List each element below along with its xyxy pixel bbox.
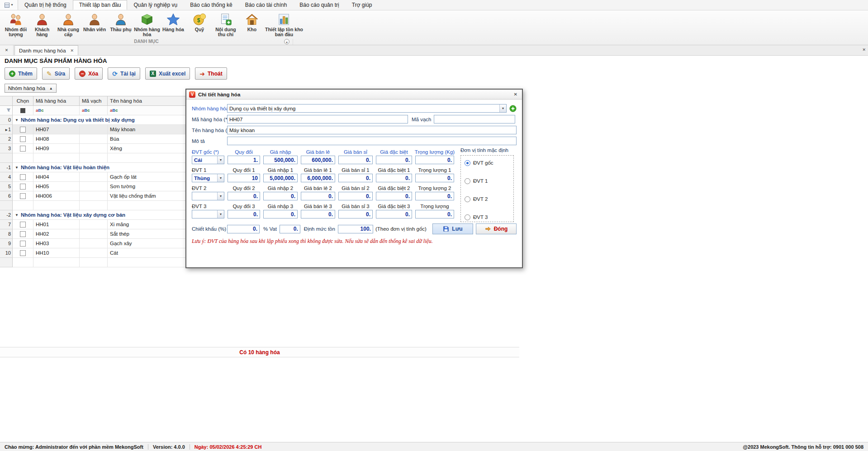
unit-value-input[interactable]: 0. <box>376 192 412 200</box>
unit-value-input[interactable]: 0. <box>228 192 260 200</box>
unit-combo[interactable]: Cái▾ <box>192 156 224 164</box>
unit-value-input[interactable]: 1. <box>228 156 260 164</box>
unit-value-input[interactable]: 0. <box>415 174 454 182</box>
ribbon-item-product[interactable]: Hàng hóa <box>160 12 186 32</box>
add-button[interactable]: +Thêm <box>5 67 37 80</box>
radio-icon[interactable] <box>465 214 470 220</box>
column-header-code[interactable]: Mã hàng hóa <box>33 96 80 106</box>
unit-combo[interactable]: Thùng▾ <box>192 174 224 182</box>
row-checkbox[interactable] <box>20 146 26 152</box>
row-checkbox[interactable] <box>20 250 26 256</box>
unit-value-input[interactable]: 6,000,000. <box>301 174 335 182</box>
default-unit-option-1[interactable]: ĐVT 1 <box>465 178 510 184</box>
dropdown-arrow-icon[interactable]: ▾ <box>217 174 224 182</box>
exit-button[interactable]: ➜Thoát <box>195 67 227 80</box>
row-select-cell[interactable] <box>13 229 33 239</box>
unit-value-input[interactable]: 0. <box>301 192 335 200</box>
dropdown-arrow-icon[interactable]: ▾ <box>217 210 224 218</box>
dropdown-arrow-icon[interactable]: ▾ <box>217 156 224 164</box>
unit-value-input[interactable]: 0. <box>263 210 298 218</box>
product-group-combo[interactable]: Dụng cụ và thiết bị xây dựng ▾ <box>227 104 507 113</box>
row-select-cell[interactable] <box>13 191 33 201</box>
barcode-input[interactable] <box>434 115 515 123</box>
dialog-titlebar[interactable]: V Chi tiết hàng hóa ✕ <box>186 90 522 100</box>
dropdown-arrow-icon[interactable]: ▾ <box>499 104 506 112</box>
unit-value-input[interactable]: 0. <box>228 210 260 218</box>
ribbon-item-employee[interactable]: Nhân viên <box>81 12 108 32</box>
description-input[interactable] <box>227 137 517 145</box>
filter-barcode-cell[interactable]: aBc <box>80 106 108 115</box>
menu-tab-management-report[interactable]: Báo cáo quản trị <box>293 0 345 10</box>
vat-input[interactable]: 0. <box>280 225 300 233</box>
product-name-input[interactable] <box>227 126 517 134</box>
group-collapse-icon[interactable]: ▼ <box>15 118 19 122</box>
ribbon-item-subcontractor[interactable]: Thầu phụ <box>108 12 134 32</box>
row-checkbox[interactable] <box>20 241 26 247</box>
row-checkbox[interactable] <box>20 174 26 180</box>
tab-close-icon[interactable]: ✕ <box>71 48 74 53</box>
delete-button[interactable]: −Xóa <box>75 67 103 80</box>
unit-value-input[interactable]: 0. <box>376 156 412 164</box>
dialog-close-button[interactable]: ✕ <box>512 92 519 97</box>
row-select-cell[interactable] <box>13 172 33 182</box>
default-unit-option-3[interactable]: ĐVT 3 <box>465 214 510 220</box>
menu-tab-statistics-report[interactable]: Báo cáo thống kê <box>184 0 238 10</box>
unit-value-input[interactable]: 0. <box>263 192 298 200</box>
ribbon-item-receipt-content[interactable]: Nội dung thu chi <box>213 12 239 37</box>
group-filter-button[interactable]: Nhóm hàng hóa ▲ <box>5 84 57 93</box>
stock-limit-input[interactable]: 100. <box>338 225 373 233</box>
ribbon-item-object-group[interactable]: Nhóm đối tượng <box>3 12 29 37</box>
menu-tab-initial-setup[interactable]: Thiết lập ban đầu <box>73 0 128 10</box>
group-collapse-icon[interactable]: ▼ <box>15 166 19 170</box>
unit-value-input[interactable]: 0. <box>415 192 454 200</box>
default-unit-option-2[interactable]: ĐVT 2 <box>465 196 510 202</box>
ribbon-item-supplier[interactable]: Nhà cung cấp <box>55 12 81 37</box>
row-select-cell[interactable] <box>13 125 33 134</box>
unit-value-input[interactable]: 0. <box>376 210 412 218</box>
unit-value-input[interactable]: 0. <box>415 210 454 218</box>
unit-value-input[interactable]: 0. <box>415 156 454 164</box>
ribbon-item-product-group[interactable]: Nhóm hàng hóa <box>134 12 160 37</box>
radio-icon[interactable] <box>465 160 470 166</box>
row-checkbox[interactable] <box>20 127 26 133</box>
row-select-cell[interactable] <box>13 239 33 248</box>
row-checkbox[interactable] <box>20 231 26 237</box>
dropdown-arrow-icon[interactable]: ▾ <box>217 192 224 200</box>
row-select-cell[interactable] <box>13 248 33 258</box>
ribbon-item-initial-stock[interactable]: Thiết lập tồn kho ban đầu <box>265 12 303 37</box>
row-checkbox[interactable] <box>20 222 26 228</box>
save-button[interactable]: Lưu <box>432 223 473 234</box>
unit-value-input[interactable]: 5,000,000. <box>263 174 298 182</box>
export-excel-button[interactable]: XXuất excel <box>145 67 190 80</box>
filter-code-cell[interactable]: aBc <box>33 106 80 115</box>
row-select-cell[interactable] <box>13 134 33 144</box>
unit-value-input[interactable]: 0. <box>301 210 335 218</box>
row-checkbox[interactable] <box>20 184 26 190</box>
group-collapse-icon[interactable]: ▼ <box>15 213 19 217</box>
unit-value-input[interactable]: 0. <box>338 174 373 182</box>
document-tab[interactable]: Danh mục hàng hóa ✕ <box>14 45 78 55</box>
row-checkbox[interactable] <box>20 136 26 142</box>
unit-value-input[interactable]: 0. <box>376 174 412 182</box>
row-select-cell[interactable] <box>13 182 33 191</box>
row-checkbox[interactable] <box>20 193 26 199</box>
edit-button[interactable]: ✎Sửa <box>42 67 70 80</box>
menu-tab-business-operations[interactable]: Quản lý nghiệp vụ <box>127 0 184 10</box>
menu-tab-help[interactable]: Trợ giúp <box>346 0 379 10</box>
radio-icon[interactable] <box>465 178 470 184</box>
ribbon-item-fund[interactable]: $Quỹ <box>186 12 213 32</box>
column-header-barcode[interactable]: Mã vạch <box>80 96 108 106</box>
add-group-button[interactable] <box>509 105 517 112</box>
close-dialog-button[interactable]: Đóng <box>476 223 517 234</box>
unit-combo[interactable]: ▾ <box>192 210 224 218</box>
product-code-input[interactable] <box>227 115 408 123</box>
unit-value-input[interactable]: 0. <box>338 192 373 200</box>
ribbon-item-warehouse[interactable]: Kho <box>239 12 265 32</box>
filter-select-cell[interactable] <box>13 106 33 115</box>
tabbar-close-right-button[interactable]: ✕ <box>862 47 866 52</box>
unit-value-input[interactable]: 600,000. <box>301 156 335 164</box>
menu-tab-system-admin[interactable]: Quản trị hệ thống <box>18 0 73 10</box>
ribbon-collapse-button[interactable]: ▴ <box>284 39 289 44</box>
unit-value-input[interactable]: 10 <box>228 174 260 182</box>
unit-value-input[interactable]: 0. <box>338 156 373 164</box>
